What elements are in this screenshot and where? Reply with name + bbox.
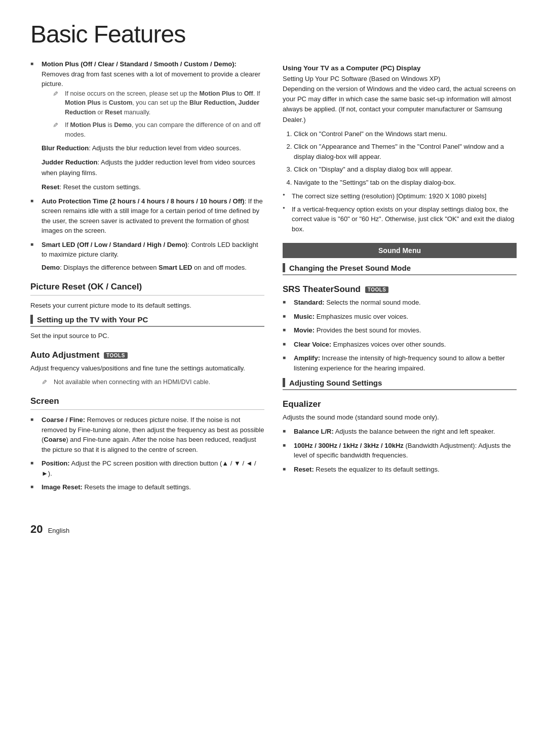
- step-3: Click on "Display" and a display dialog …: [294, 164, 517, 175]
- adjusting-sound-bar: Adjusting Sound Settings: [283, 378, 517, 390]
- setting-up-tv-section: Setting up the TV with Your PC Set the i…: [30, 315, 264, 341]
- top-bullets-list: Motion Plus (Off / Clear / Standard / Sm…: [30, 59, 264, 273]
- equalizer-bandwidth: 100Hz / 300Hz / 1kHz / 3kHz / 10kHz (Ban…: [283, 441, 517, 460]
- equalizer-section: Equalizer Adjusts the sound mode (standa…: [283, 399, 517, 474]
- equalizer-heading: Equalizer: [283, 399, 517, 409]
- using-tv-intro: Setting Up Your PC Software (Based on Wi…: [283, 74, 517, 125]
- changing-preset-accent: [283, 263, 285, 272]
- page-number: 20: [30, 523, 43, 535]
- setting-up-tv-text: Set the input source to PC.: [30, 331, 264, 341]
- auto-protection-item: Auto Protection Time (2 hours / 4 hours …: [30, 196, 264, 236]
- dot-item-2: If a vertical-frequency option exists on…: [283, 204, 517, 234]
- adjusting-sound-heading: Adjusting Sound Settings: [289, 379, 382, 387]
- using-tv-section: Using Your TV as a Computer (PC) Display…: [283, 64, 517, 234]
- position-item: Position: Adjust the PC screen position …: [30, 458, 264, 478]
- using-tv-dot-list: The correct size setting (resolution) [O…: [283, 191, 517, 234]
- coarse-fine-label: Coarse / Fine:: [42, 416, 85, 424]
- setting-up-tv-bar: Setting up the TV with Your PC: [30, 315, 264, 327]
- step-4: Navigate to the "Settings" tab on the di…: [294, 178, 517, 188]
- coarse-fine-item: Coarse / Fine: Removes or reduces pictur…: [30, 415, 264, 454]
- srs-amplify: Amplify: Increase the intensity of high-…: [283, 353, 517, 373]
- adjusting-sound-accent: [283, 378, 285, 387]
- screen-section: Screen Coarse / Fine: Removes or reduces…: [30, 396, 264, 492]
- demo-text: Demo: Displays the difference between Sm…: [42, 263, 264, 273]
- judder-reduction-text: Judder Reduction: Adjusts the judder red…: [42, 157, 264, 178]
- srs-standard: Standard: Selects the normal sound mode.: [283, 298, 517, 308]
- motion-plus-note-2: If Motion Plus is Demo, you can compare …: [53, 120, 264, 140]
- srs-movie: Movie: Provides the best sound for movie…: [283, 325, 517, 335]
- screen-bullets: Coarse / Fine: Removes or reduces pictur…: [30, 415, 264, 492]
- auto-adjustment-tools-badge: TOOLS: [104, 352, 128, 359]
- left-column: Motion Plus (Off / Clear / Standard / Sm…: [30, 59, 264, 497]
- motion-plus-item: Motion Plus (Off / Clear / Standard / Sm…: [30, 59, 264, 192]
- srs-bullets: Standard: Selects the normal sound mode.…: [283, 298, 517, 373]
- adjusting-sound-section: Adjusting Sound Settings: [283, 378, 517, 390]
- main-content: Motion Plus (Off / Clear / Standard / Sm…: [30, 59, 517, 497]
- using-tv-steps: Click on "Control Panel" on the Windows …: [283, 129, 517, 188]
- auto-adjustment-note: Not available when connecting with an HD…: [42, 377, 264, 387]
- setting-bar-accent: [30, 315, 33, 324]
- smart-led-label: Smart LED (Off / Low / Standard / High /…: [42, 241, 187, 248]
- screen-heading: Screen: [30, 396, 264, 406]
- page-title: Basic Features: [30, 20, 517, 48]
- motion-plus-label: Motion Plus (Off / Clear / Standard / Sm…: [42, 60, 237, 68]
- right-column: Using Your TV as a Computer (PC) Display…: [283, 59, 517, 497]
- srs-section: SRS TheaterSound TOOLS Standard: Selects…: [283, 284, 517, 373]
- setting-up-tv-heading: Setting up the TV with Your PC: [37, 315, 148, 324]
- page-language: English: [48, 527, 70, 534]
- page-number-area: 20 English: [30, 523, 517, 536]
- sound-menu-banner: Sound Menu: [283, 243, 517, 258]
- image-reset-label: Image Reset:: [42, 483, 83, 491]
- position-label: Position:: [42, 459, 70, 467]
- motion-plus-note-1: If noise occurs on the screen, please se…: [53, 89, 264, 117]
- reset-text: Reset: Reset the custom settings.: [42, 182, 264, 192]
- auto-protection-label: Auto Protection Time (2 hours / 4 hours …: [42, 197, 245, 205]
- equalizer-reset: Reset: Resets the equalizer to its defau…: [283, 465, 517, 475]
- blur-reduction-text: Blur Reduction: Adjusts the blur reducti…: [42, 143, 264, 153]
- step-2: Click on "Appearance and Themes" in the …: [294, 142, 517, 161]
- motion-plus-notes: If noise occurs on the screen, please se…: [53, 89, 264, 140]
- auto-adjustment-heading: Auto Adjustment TOOLS: [30, 350, 264, 360]
- changing-preset-bar: Changing the Preset Sound Mode: [283, 263, 517, 275]
- using-tv-heading: Using Your TV as a Computer (PC) Display: [283, 64, 517, 72]
- image-reset-item: Image Reset: Resets the image to default…: [30, 482, 264, 492]
- srs-tools-badge: TOOLS: [365, 286, 389, 293]
- motion-plus-text: Removes drag from fast scenes with a lot…: [42, 70, 260, 88]
- equalizer-intro: Adjusts the sound mode (standard sound m…: [283, 412, 517, 423]
- step-1: Click on "Control Panel" on the Windows …: [294, 129, 517, 139]
- picture-reset-divider: [30, 295, 264, 296]
- srs-heading-text: SRS TheaterSound: [283, 284, 361, 294]
- auto-adjustment-text: Adjust frequency values/positions and fi…: [30, 363, 264, 373]
- srs-music: Music: Emphasizes music over voices.: [283, 312, 517, 322]
- picture-reset-text: Resets your current picture mode to its …: [30, 301, 264, 311]
- auto-adjustment-section: Auto Adjustment TOOLS Adjust frequency v…: [30, 350, 264, 387]
- changing-preset-heading: Changing the Preset Sound Mode: [289, 264, 411, 272]
- srs-heading: SRS TheaterSound TOOLS: [283, 284, 517, 295]
- srs-clear-voice: Clear Voice: Emphasizes voices over othe…: [283, 340, 517, 350]
- equalizer-bullets: Balance L/R: Adjusts the balance between…: [283, 427, 517, 474]
- picture-reset-section: Picture Reset (OK / Cancel) Resets your …: [30, 282, 264, 311]
- smart-led-item: Smart LED (Off / Low / Standard / High /…: [30, 240, 264, 273]
- screen-divider: [30, 409, 264, 410]
- auto-adjustment-note-list: Not available when connecting with an HD…: [42, 377, 264, 387]
- changing-preset-section: Changing the Preset Sound Mode: [283, 263, 517, 275]
- picture-reset-heading: Picture Reset (OK / Cancel): [30, 282, 264, 292]
- dot-item-1: The correct size setting (resolution) [O…: [283, 191, 517, 201]
- equalizer-balance: Balance L/R: Adjusts the balance between…: [283, 427, 517, 437]
- auto-adjustment-heading-text: Auto Adjustment: [30, 350, 99, 360]
